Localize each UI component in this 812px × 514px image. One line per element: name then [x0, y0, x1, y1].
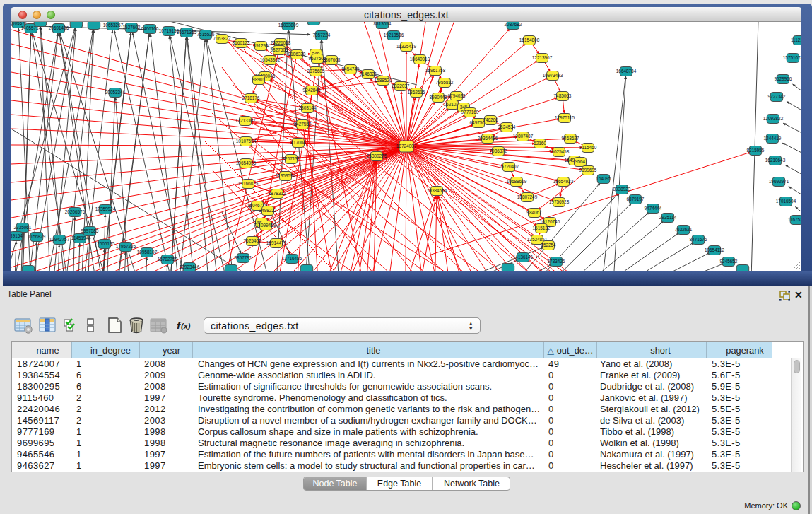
svg-text:19384554: 19384554 [427, 188, 447, 193]
svg-text:7163822: 7163822 [213, 36, 231, 41]
svg-text:8938923: 8938923 [613, 187, 631, 192]
svg-text:17975115: 17975115 [555, 115, 575, 120]
svg-text:12213967: 12213967 [532, 55, 553, 60]
svg-text:6794028: 6794028 [448, 93, 466, 98]
svg-text:2935114: 2935114 [659, 215, 677, 220]
svg-text:3875685: 3875685 [307, 69, 325, 74]
svg-text:8454749: 8454749 [342, 66, 360, 71]
svg-text:1167533: 1167533 [788, 217, 801, 222]
svg-text:8878312: 8878312 [269, 191, 286, 196]
svg-text:18640910: 18640910 [410, 57, 430, 62]
svg-text:1244419: 1244419 [764, 136, 782, 141]
svg-text:2087682: 2087682 [505, 22, 522, 27]
svg-text:7632621: 7632621 [675, 227, 693, 232]
svg-text:14136141: 14136141 [513, 255, 534, 259]
svg-text:7955812: 7955812 [436, 80, 454, 85]
svg-text:9245652: 9245652 [720, 259, 738, 264]
svg-text:252254: 252254 [541, 243, 556, 247]
svg-text:9474444: 9474444 [645, 206, 662, 211]
svg-text:16543362: 16543362 [260, 57, 281, 62]
svg-text:1527602: 1527602 [123, 25, 141, 30]
svg-text:1362615: 1362615 [408, 90, 425, 95]
svg-text:9997585: 9997585 [81, 228, 99, 233]
svg-text:8813054: 8813054 [374, 22, 392, 26]
svg-text:12213302: 12213302 [235, 118, 256, 123]
svg-text:9529966: 9529966 [775, 76, 792, 81]
svg-text:17957225: 17957225 [116, 244, 136, 249]
svg-text:16154808: 16154808 [519, 37, 540, 42]
svg-text:39154: 39154 [11, 233, 23, 238]
svg-text:11325419: 11325419 [396, 44, 416, 49]
svg-text:10654112: 10654112 [705, 247, 724, 252]
svg-text:16648784: 16648784 [616, 69, 637, 74]
svg-text:10973493: 10973493 [543, 73, 563, 78]
svg-text:62160: 62160 [534, 141, 546, 146]
svg-text:19756928: 19756928 [549, 199, 570, 204]
svg-text:19654955: 19654955 [236, 160, 257, 165]
svg-text:8660123: 8660123 [233, 40, 250, 45]
svg-text:19692971: 19692971 [769, 179, 789, 184]
svg-text:18807249: 18807249 [517, 194, 538, 199]
svg-text:8322037: 8322037 [392, 83, 410, 88]
svg-text:(x): (x) [181, 322, 191, 330]
svg-text:9115460: 9115460 [579, 145, 597, 150]
svg-text:391295: 391295 [253, 43, 269, 48]
svg-text:2803144: 2803144 [299, 105, 317, 110]
svg-text:20364436: 20364436 [478, 136, 498, 141]
svg-text:1156829: 1156829 [28, 234, 46, 239]
svg-text:19654923: 19654923 [553, 179, 574, 184]
svg-text:11353594: 11353594 [276, 173, 295, 178]
svg-text:10653267: 10653267 [103, 23, 124, 28]
svg-text:3624534: 3624534 [498, 124, 516, 129]
svg-text:17016504: 17016504 [776, 199, 796, 204]
svg-text:17359924: 17359924 [95, 206, 116, 211]
svg-text:1733426: 1733426 [548, 259, 565, 264]
svg-text:9827503: 9827503 [271, 47, 288, 52]
svg-text:2335061: 2335061 [14, 225, 32, 230]
svg-text:98901: 98901 [252, 77, 265, 82]
svg-text:7485063: 7485063 [554, 93, 572, 98]
svg-text:164095: 164095 [596, 176, 611, 181]
svg-text:9857791: 9857791 [235, 255, 252, 260]
svg-text:14099469: 14099469 [256, 223, 276, 228]
svg-text:16914479: 16914479 [266, 240, 287, 245]
svg-text:417004: 417004 [290, 140, 306, 145]
svg-text:25300275: 25300275 [367, 153, 387, 158]
svg-text:12093822: 12093822 [763, 116, 784, 121]
svg-text:15751074: 15751074 [783, 55, 801, 60]
svg-text:16782759: 16782759 [158, 257, 178, 262]
svg-text:6466160: 6466160 [141, 26, 159, 31]
svg-text:10688609: 10688609 [507, 179, 527, 184]
svg-text:9777169: 9777169 [461, 110, 479, 115]
svg-text:20206576: 20206576 [65, 209, 86, 214]
svg-text:2867608: 2867608 [323, 57, 341, 62]
svg-text:1112131: 1112131 [791, 37, 801, 42]
svg-text:19218506: 19218506 [384, 33, 404, 37]
svg-text:9242848: 9242848 [303, 88, 321, 93]
svg-text:10025458: 10025458 [549, 149, 570, 154]
svg-text:12942757: 12942757 [49, 237, 70, 242]
svg-text:8267130: 8267130 [283, 156, 300, 161]
svg-text:2718176: 2718176 [242, 95, 260, 100]
svg-text:16671355: 16671355 [177, 30, 197, 35]
svg-text:15720407: 15720407 [499, 164, 519, 169]
svg-text:746266: 746266 [483, 117, 498, 122]
svg-text:10807487: 10807487 [513, 134, 534, 139]
svg-text:9463627: 9463627 [562, 136, 579, 141]
svg-text:20053346: 20053346 [105, 90, 126, 95]
svg-text:1615132: 1615132 [533, 226, 551, 230]
svg-text:6879197: 6879197 [627, 197, 645, 201]
svg-text:7986372: 7986372 [490, 148, 507, 153]
svg-text:8215955: 8215955 [747, 148, 765, 153]
svg-text:7515526: 7515526 [197, 32, 215, 37]
svg-text:8427552: 8427552 [294, 122, 312, 127]
svg-text:984067: 984067 [526, 210, 542, 215]
svg-text:10958107: 10958107 [137, 250, 158, 255]
svg-text:12923446: 12923446 [180, 264, 200, 269]
svg-text:16210643: 16210643 [765, 158, 786, 163]
svg-text:8186328: 8186328 [288, 52, 306, 57]
svg-text:16961758: 16961758 [425, 68, 446, 73]
svg-text:10107554: 10107554 [236, 139, 257, 144]
svg-text:19166825: 19166825 [238, 181, 259, 186]
svg-text:7625402: 7625402 [244, 238, 261, 243]
